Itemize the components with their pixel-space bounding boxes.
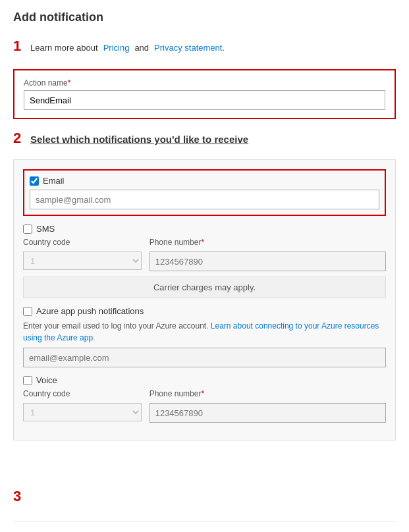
country-code-label: Country code xyxy=(23,238,142,247)
learn-more-text: Learn more about xyxy=(30,43,98,53)
action-name-section: Action name* xyxy=(13,69,396,119)
azure-checkbox[interactable] xyxy=(23,307,32,316)
voice-country-code-label: Country code xyxy=(23,389,142,398)
phone-number-label: Phone number* xyxy=(150,238,386,247)
step1-number: 1 xyxy=(13,38,25,55)
email-label: Email xyxy=(43,176,65,186)
voice-phone-label: Phone number* xyxy=(150,389,386,398)
voice-country-code-field: Country code 1 xyxy=(23,389,142,423)
step3-number: 3 xyxy=(13,488,25,505)
carrier-info: Carrier charges may apply. xyxy=(23,277,386,298)
azure-email-input[interactable] xyxy=(23,348,386,367)
email-checkbox[interactable] xyxy=(30,176,39,186)
step2-number: 2 xyxy=(13,130,25,147)
sms-label: SMS xyxy=(36,224,55,234)
action-name-input[interactable] xyxy=(24,90,385,110)
sms-checkbox[interactable] xyxy=(23,225,32,234)
footer-divider xyxy=(13,521,396,521)
email-option: Email xyxy=(23,169,386,216)
voice-label: Voice xyxy=(36,375,57,385)
action-name-label: Action name* xyxy=(24,78,385,88)
page-title: Add notification xyxy=(13,11,396,24)
azure-description: Enter your email used to log into your A… xyxy=(23,320,386,344)
and-text: and xyxy=(134,43,149,53)
voice-checkbox[interactable] xyxy=(23,376,32,385)
voice-phone-input[interactable] xyxy=(150,403,386,423)
step3-row: 3 xyxy=(13,488,396,510)
phone-number-field: Phone number* xyxy=(150,238,386,271)
notifications-section: Email SMS Country code 1 xyxy=(13,159,396,440)
pricing-link[interactable]: Pricing xyxy=(103,43,130,53)
azure-label: Azure app push notifications xyxy=(36,306,144,316)
azure-option: Azure app push notifications Enter your … xyxy=(23,306,386,367)
voice-country-code-select[interactable]: 1 xyxy=(23,403,142,421)
voice-option: Voice Country code 1 Phone number* xyxy=(23,375,386,423)
sms-phone-input[interactable] xyxy=(150,252,386,271)
country-code-select[interactable]: 1 xyxy=(23,252,142,270)
step2-title: Select which notifications you'd like to… xyxy=(30,134,248,145)
privacy-link[interactable]: Privacy statement. xyxy=(154,43,225,53)
country-code-field: Country code 1 xyxy=(23,238,142,271)
email-input[interactable] xyxy=(30,190,379,209)
voice-phone-field: Phone number* xyxy=(150,389,386,423)
sms-option: SMS Country code 1 Phone number* xyxy=(23,224,386,298)
